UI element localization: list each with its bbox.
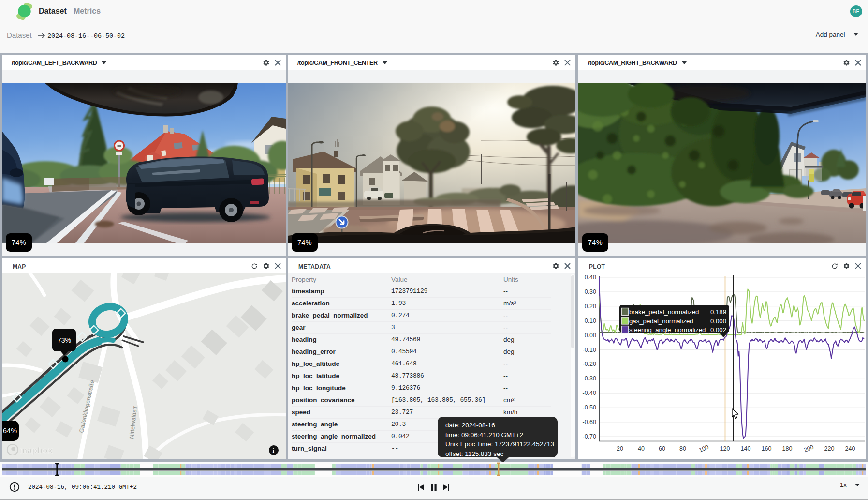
svg-text:0.30: 0.30 [585, 288, 596, 295]
svg-text:0.00: 0.00 [585, 332, 596, 339]
svg-text:0.20: 0.20 [585, 303, 596, 310]
svg-text:60: 60 [659, 445, 665, 452]
svg-text:180: 180 [782, 445, 793, 452]
svg-text:0.000: 0.000 [710, 318, 726, 325]
svg-text:120: 120 [720, 445, 730, 452]
svg-text:steering_angle_normalized: steering_angle_normalized [629, 326, 706, 333]
svg-text:-0.70: -0.70 [583, 433, 597, 440]
svg-text:20: 20 [617, 445, 623, 452]
svg-text:gas_pedal_normalized: gas_pedal_normalized [629, 318, 693, 325]
svg-text:-0.30: -0.30 [583, 375, 597, 382]
svg-text:160: 160 [762, 445, 772, 452]
svg-text:240: 240 [845, 445, 855, 452]
svg-text:0.002: 0.002 [710, 326, 726, 333]
svg-text:-0.10: -0.10 [583, 347, 597, 353]
svg-text:i: i [273, 447, 275, 454]
svg-text:80: 80 [679, 445, 686, 452]
svg-text:64%: 64% [3, 427, 17, 435]
svg-text:0.10: 0.10 [585, 318, 596, 324]
svg-text:73%: 73% [58, 336, 71, 344]
svg-text:140: 140 [741, 445, 751, 452]
svg-text:brake_pedal_normalized: brake_pedal_normalized [629, 308, 699, 316]
svg-text:-0.20: -0.20 [583, 361, 597, 367]
svg-text:0.189: 0.189 [710, 308, 726, 316]
svg-text:0.40: 0.40 [585, 274, 596, 281]
svg-text:-0.50: -0.50 [583, 404, 597, 411]
svg-text:220: 220 [824, 445, 835, 452]
svg-text:mapbox: mapbox [20, 446, 53, 455]
svg-text:40: 40 [638, 445, 645, 452]
svg-text:-0.60: -0.60 [583, 419, 597, 425]
svg-text:-0.40: -0.40 [583, 390, 597, 396]
